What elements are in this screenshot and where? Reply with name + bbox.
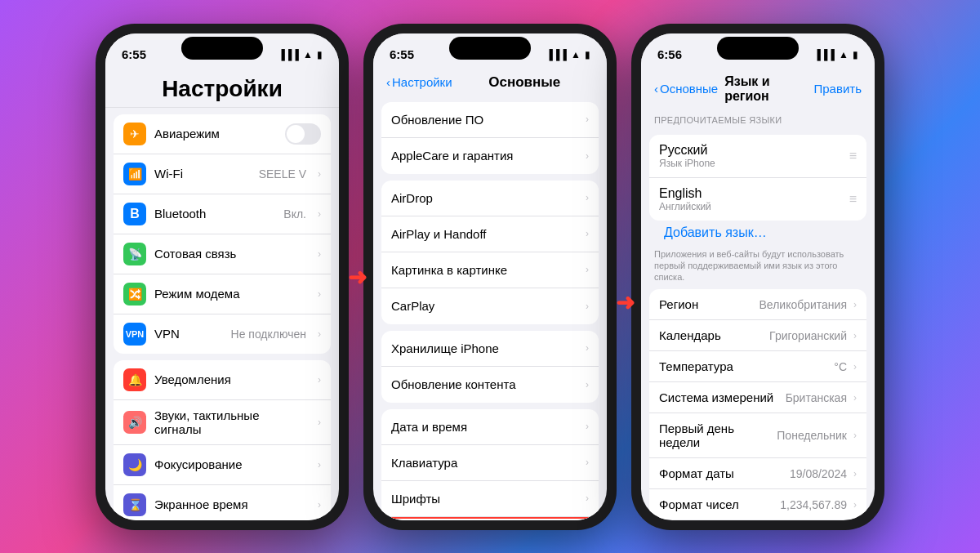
row-numberformat[interactable]: Формат чисел 1,234,567.89 ›	[649, 489, 866, 520]
row-vpn[interactable]: VPN VPN Не подключен ›	[114, 314, 331, 354]
russian-lang-info: Русский Язык iPhone	[659, 143, 841, 169]
row-language-region[interactable]: Язык и регион ›	[382, 519, 598, 520]
settings-list-1: ✈ Авиарежим 📶 Wi-Fi SEELE V › B Bl	[105, 108, 339, 520]
language-region-highlighted[interactable]: Язык и регион ›	[381, 517, 599, 520]
numberformat-label: Формат чисел	[659, 497, 780, 511]
region-rows-group: Регион Великобритания › Календарь Григор…	[649, 289, 866, 520]
row-notifications[interactable]: 🔔 Уведомления ›	[114, 360, 331, 400]
row-focus[interactable]: 🌙 Фокусирование ›	[114, 445, 331, 485]
screentime-label: Экранное время	[154, 497, 306, 511]
english-sub: Английский	[659, 201, 841, 212]
row-airdrop[interactable]: AirDrop ›	[381, 181, 599, 216]
signal-icon: ▐▐▐	[278, 49, 300, 60]
add-language-button[interactable]: Добавить язык…	[654, 217, 777, 248]
fonts-label: Шрифты	[391, 492, 574, 506]
back-button-2[interactable]: ‹ Настройки	[386, 75, 452, 89]
back-chevron-2: ‹	[386, 75, 390, 89]
battery-icon: ▮	[317, 49, 323, 60]
carplay-label: CarPlay	[391, 299, 574, 313]
row-region[interactable]: Регион Великобритания ›	[649, 289, 866, 320]
signal-icon-3: ▐▐▐	[814, 49, 835, 60]
calendar-label: Календарь	[659, 328, 769, 342]
screen-1: Настройки ✈ Авиарежим 📶 Wi-Fi SEELE	[105, 69, 339, 520]
row-temperature[interactable]: Температура °C ›	[649, 351, 866, 382]
back-button-3[interactable]: ‹ Основные	[654, 82, 718, 96]
row-content-update[interactable]: Обновление контента ›	[381, 367, 599, 403]
content-update-label: Обновление контента	[391, 377, 574, 391]
edit-button[interactable]: Править	[814, 82, 862, 96]
temperature-label: Температура	[659, 359, 834, 373]
time-3: 6:56	[657, 47, 682, 61]
settings-title: Настройки	[118, 76, 326, 102]
row-datetime[interactable]: Дата и время ›	[381, 409, 599, 445]
row-pip[interactable]: Картинка в картинке ›	[381, 252, 599, 288]
pip-label: Картинка в картинке	[391, 263, 574, 277]
row-hotspot[interactable]: 🔀 Режим модема ›	[114, 274, 331, 314]
russian-name: Русский	[659, 143, 841, 158]
row-firstday[interactable]: Первый день недели Понедельник ›	[649, 413, 866, 458]
general-list: Обновление ПО › AppleCare и гарантия › A…	[373, 96, 607, 520]
wifi-icon-row: 📶	[123, 163, 146, 185]
wifi-chevron: ›	[318, 168, 321, 180]
lang-row-english[interactable]: English Английский ≡	[649, 178, 866, 221]
bluetooth-chevron: ›	[318, 208, 321, 220]
back-chevron-3: ‹	[654, 82, 658, 96]
row-cellular[interactable]: 📡 Сотовая связь ›	[114, 234, 331, 274]
cellular-label: Сотовая связь	[154, 247, 306, 261]
row-wifi[interactable]: 📶 Wi-Fi SEELE V ›	[114, 154, 331, 194]
dateformat-label: Формат даты	[659, 466, 790, 480]
row-applecare[interactable]: AppleCare и гарантия ›	[381, 138, 599, 174]
applecare-label: AppleCare и гарантия	[391, 149, 574, 163]
russian-drag-handle[interactable]: ≡	[849, 149, 857, 163]
dynamic-island-3	[717, 37, 799, 60]
wifi-label: Wi-Fi	[154, 167, 251, 181]
row-storage[interactable]: Хранилище iPhone ›	[381, 331, 599, 367]
focus-chevron: ›	[318, 459, 321, 470]
sounds-chevron: ›	[318, 417, 321, 428]
airplane-toggle[interactable]	[285, 123, 321, 145]
airdrop-label: AirDrop	[391, 191, 574, 205]
row-bluetooth[interactable]: B Bluetooth Вкл. ›	[114, 194, 331, 234]
focus-icon: 🌙	[123, 453, 146, 476]
row-screentime[interactable]: ⌛ Экранное время ›	[114, 485, 331, 520]
row-carplay[interactable]: CarPlay ›	[381, 288, 599, 324]
signal-icon-2: ▐▐▐	[546, 49, 568, 60]
languages-group: Русский Язык iPhone ≡ English Английский…	[649, 135, 866, 221]
english-drag-handle[interactable]: ≡	[849, 192, 857, 207]
add-lang-container: Добавить язык…	[641, 221, 875, 245]
measurement-value: Британская	[786, 391, 847, 404]
phone-1-frame: 6:55 ▐▐▐ ▲ ▮ Настройки ✈ Авиарежим	[96, 24, 349, 530]
notifications-label: Уведомления	[154, 372, 306, 386]
row-airplay[interactable]: AirPlay и Handoff ›	[381, 216, 599, 252]
battery-icon-3: ▮	[853, 49, 858, 60]
row-calendar[interactable]: Календарь Григорианский ›	[649, 320, 866, 351]
dateformat-value: 19/08/2024	[790, 467, 847, 480]
nav-bar-3: ‹ Основные Язык и регион Править	[641, 69, 875, 109]
general-group-top: Обновление ПО › AppleCare и гарантия ›	[381, 102, 599, 174]
row-dateformat[interactable]: Формат даты 19/08/2024 ›	[649, 458, 866, 489]
bluetooth-label: Bluetooth	[154, 207, 275, 221]
row-sounds[interactable]: 🔊 Звуки, тактильные сигналы ›	[114, 400, 331, 445]
phone-3-frame: 6:56 ▐▐▐ ▲ ▮ ‹ Основные Язык и регион Пр…	[631, 24, 884, 530]
screentime-icon: ⌛	[123, 493, 146, 516]
general-group-sharing: AirDrop › AirPlay и Handoff › Картинка в…	[381, 181, 599, 324]
phone-1: 6:55 ▐▐▐ ▲ ▮ Настройки ✈ Авиарежим	[96, 24, 349, 530]
bluetooth-value: Вкл.	[283, 207, 306, 221]
row-airplane[interactable]: ✈ Авиарежим	[114, 114, 331, 154]
datetime-label: Дата и время	[391, 420, 574, 434]
sounds-label: Звуки, тактильные сигналы	[154, 408, 306, 436]
wifi-value: SEELE V	[259, 167, 306, 181]
temperature-value: °C	[834, 360, 847, 373]
focus-label: Фокусирование	[154, 457, 306, 471]
dynamic-island-2	[449, 37, 531, 60]
region-label: Регион	[659, 297, 759, 311]
lang-row-russian[interactable]: Русский Язык iPhone ≡	[649, 135, 866, 178]
row-measurement[interactable]: Система измерений Британская ›	[649, 382, 866, 413]
arrow-2: ➜	[616, 288, 635, 315]
region-value: Великобритания	[759, 298, 847, 311]
hotspot-chevron: ›	[318, 288, 321, 300]
row-software-update[interactable]: Обновление ПО ›	[381, 102, 599, 138]
phone-3: 6:56 ▐▐▐ ▲ ▮ ‹ Основные Язык и регион Пр…	[631, 24, 884, 530]
row-fonts[interactable]: Шрифты ›	[381, 481, 599, 517]
row-keyboard[interactable]: Клавиатура ›	[381, 445, 599, 481]
